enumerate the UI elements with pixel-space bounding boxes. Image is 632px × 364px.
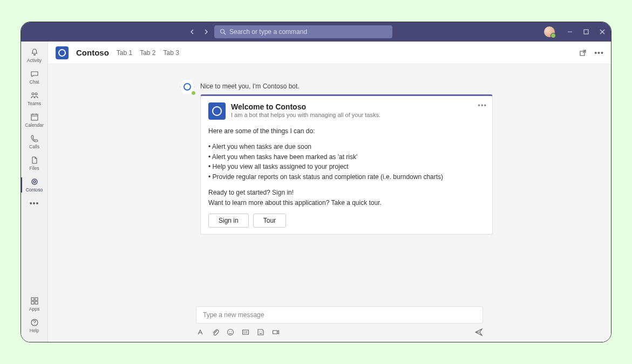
gif-icon[interactable]: GIF xyxy=(241,328,250,336)
search-box[interactable]: Search or type a command xyxy=(214,25,392,38)
tab-2[interactable]: Tab 2 xyxy=(140,49,155,57)
card-title: Welcome to Contoso xyxy=(231,102,380,111)
svg-point-7 xyxy=(35,93,37,95)
compose-area: Type a new message GIF xyxy=(188,301,491,342)
tab-3[interactable]: Tab 3 xyxy=(164,49,179,57)
message-placeholder: Type a new message xyxy=(203,311,264,319)
rail-item-help[interactable]: Help xyxy=(21,315,48,336)
rail-item-calls[interactable]: Calls xyxy=(21,131,48,153)
welcome-card: ••• Welcome to Contoso I am a bot that h… xyxy=(200,94,493,235)
bot-greeting: Nice to meet you, I'm Contoso bot. xyxy=(200,79,493,94)
rail-item-calendar[interactable]: Calendar xyxy=(21,109,48,131)
search-icon xyxy=(220,29,226,35)
card-more-icon[interactable]: ••• xyxy=(478,101,487,109)
svg-text:GIF: GIF xyxy=(243,331,248,334)
phone-icon xyxy=(30,134,39,143)
chat-main: Nice to meet you, I'm Contoso bot. ••• W… xyxy=(48,64,611,342)
svg-rect-14 xyxy=(31,298,34,300)
rail-item-teams[interactable]: Teams xyxy=(21,88,48,109)
message-input[interactable]: Type a new message xyxy=(196,306,483,324)
popout-icon[interactable] xyxy=(579,49,587,57)
card-intro: Here are some of the things I can do: xyxy=(208,126,485,136)
rail-item-apps[interactable]: Apps xyxy=(21,293,48,315)
meeting-icon[interactable] xyxy=(271,328,280,336)
rail-label: Teams xyxy=(28,101,41,106)
svg-point-19 xyxy=(34,324,35,325)
tour-button[interactable]: Tour xyxy=(253,214,286,228)
rail-label: Contoso xyxy=(26,187,43,193)
rail-label: Chat xyxy=(30,79,39,85)
titlebar: Search or type a command xyxy=(21,22,611,42)
svg-line-1 xyxy=(224,33,226,35)
rail-item-contoso[interactable]: Contoso xyxy=(21,174,48,196)
teams-icon xyxy=(30,91,39,100)
close-button[interactable] xyxy=(599,29,606,35)
card-ready: Ready to get started? Sign in! xyxy=(208,188,485,198)
svg-point-0 xyxy=(221,30,225,33)
card-bullet: • Alert you when tasks have been marked … xyxy=(208,152,485,162)
rail-item-chat[interactable]: Chat xyxy=(21,66,48,88)
emoji-icon[interactable] xyxy=(226,328,235,336)
card-bullet: • Alert you when tasks are due soon xyxy=(208,142,485,152)
chat-icon xyxy=(30,70,39,78)
svg-point-26 xyxy=(259,331,260,332)
bell-icon xyxy=(30,48,39,57)
svg-point-23 xyxy=(231,331,232,332)
nav-forward-button[interactable] xyxy=(202,28,210,36)
svg-point-27 xyxy=(261,331,262,332)
contoso-logo-icon xyxy=(56,46,69,59)
rail-label: Activity xyxy=(27,58,42,63)
rail-label: Calls xyxy=(29,144,39,149)
card-bullet: • Help you view all tasks assigned to yo… xyxy=(208,162,485,172)
teams-app: Search or type a command Activity Chat T… xyxy=(21,22,611,342)
card-subtitle: I am a bot that helps you with managing … xyxy=(231,112,380,118)
nav-back-button[interactable] xyxy=(188,28,196,36)
help-icon xyxy=(30,318,39,327)
svg-point-13 xyxy=(33,181,36,183)
svg-rect-28 xyxy=(273,331,277,334)
card-logo-icon xyxy=(208,102,226,120)
rail-label: Help xyxy=(30,328,39,333)
rail-label: Apps xyxy=(29,306,39,312)
tab-1[interactable]: Tab 1 xyxy=(117,49,132,57)
calendar-icon xyxy=(30,113,39,121)
rail-label: Files xyxy=(30,166,39,171)
card-learn: Want to learn more about this applicatio… xyxy=(208,198,485,208)
svg-point-21 xyxy=(228,329,234,335)
app-rail: Activity Chat Teams Calendar Calls Files xyxy=(21,42,48,342)
user-avatar[interactable] xyxy=(544,26,555,37)
signin-button[interactable]: Sign in xyxy=(208,214,249,228)
svg-point-22 xyxy=(229,331,229,332)
app-title: Contoso xyxy=(76,48,109,57)
content-header: Contoso Tab 1 Tab 2 Tab 3 ••• xyxy=(48,42,611,64)
minimize-button[interactable] xyxy=(567,29,573,35)
apps-icon xyxy=(30,297,39,305)
sticker-icon[interactable] xyxy=(256,328,265,336)
search-placeholder: Search or type a command xyxy=(229,28,307,36)
svg-point-6 xyxy=(32,93,34,95)
svg-point-12 xyxy=(32,179,37,184)
app-body: Activity Chat Teams Calendar Calls Files xyxy=(21,42,611,342)
attach-icon[interactable] xyxy=(211,328,220,336)
card-bullet: • Provide regular reports on task status… xyxy=(208,172,485,182)
svg-rect-16 xyxy=(31,301,34,304)
svg-rect-8 xyxy=(31,114,38,120)
rail-label: Calendar xyxy=(25,122,44,128)
rail-item-activity[interactable]: Activity xyxy=(21,45,48,66)
bot-avatar xyxy=(180,79,195,94)
format-icon[interactable] xyxy=(196,328,205,336)
file-icon xyxy=(30,156,39,164)
send-button[interactable] xyxy=(474,328,483,336)
maximize-button[interactable] xyxy=(583,29,589,35)
app-window: Search or type a command Activity Chat T… xyxy=(21,22,611,342)
svg-rect-15 xyxy=(35,298,38,300)
rail-more-button[interactable]: ••• xyxy=(30,199,39,208)
contoso-icon xyxy=(30,177,39,186)
chat-scroll[interactable]: Nice to meet you, I'm Contoso bot. ••• W… xyxy=(48,64,611,301)
svg-rect-17 xyxy=(35,301,38,304)
rail-item-files[interactable]: Files xyxy=(21,153,48,174)
more-icon[interactable]: ••• xyxy=(595,49,603,57)
svg-rect-3 xyxy=(584,30,588,34)
